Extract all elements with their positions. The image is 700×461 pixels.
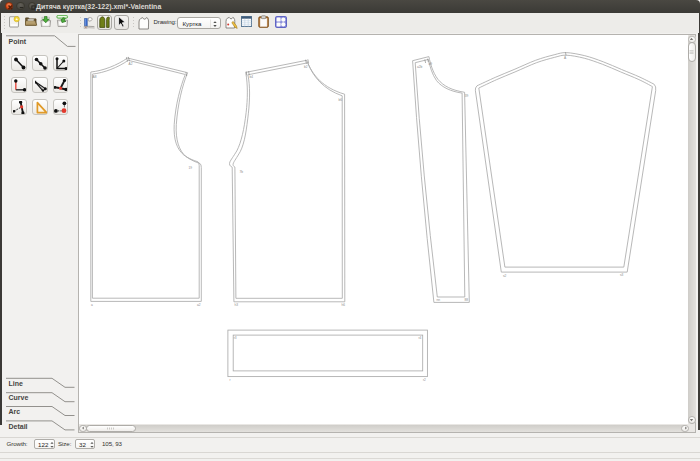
svg-text:s2: s2 <box>503 274 507 278</box>
svg-text:nn: nn <box>437 298 441 302</box>
svg-text:a2b: a2b <box>417 65 423 69</box>
svg-text:r2: r2 <box>423 378 426 382</box>
svg-text:a9: a9 <box>429 62 433 66</box>
svg-text:s3: s3 <box>620 273 624 277</box>
svg-text:r4: r4 <box>419 336 422 340</box>
svg-text:7b: 7b <box>240 170 244 174</box>
svg-text:h3: h3 <box>235 303 239 307</box>
svg-text:b2: b2 <box>304 65 308 69</box>
svg-text:19: 19 <box>189 166 193 170</box>
svg-text:88: 88 <box>465 298 469 302</box>
svg-text:a2: a2 <box>197 303 201 307</box>
svg-text:a: a <box>91 303 93 307</box>
svg-text:A2: A2 <box>129 62 133 66</box>
svg-text:h6: h6 <box>342 303 346 307</box>
svg-text:b4: b4 <box>250 75 254 79</box>
svg-text:r: r <box>230 378 232 382</box>
svg-text:A: A <box>564 56 567 60</box>
svg-text:r3: r3 <box>234 336 237 340</box>
svg-text:b6: b6 <box>339 98 343 102</box>
svg-text:39: 39 <box>465 94 469 98</box>
svg-text:A8: A8 <box>93 75 97 79</box>
